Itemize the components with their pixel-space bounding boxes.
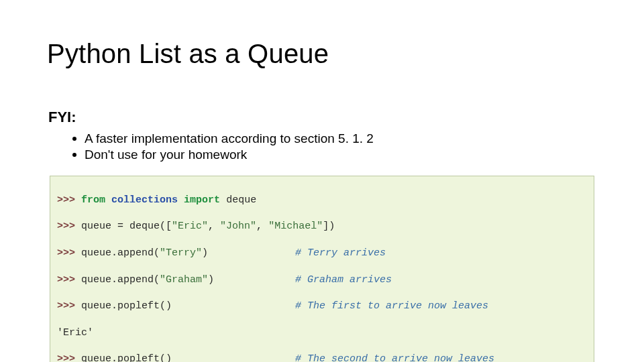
repl-prompt: >>> (57, 247, 75, 259)
code-block: >>> from collections import deque >>> qu… (50, 176, 594, 362)
comment: # The second to arrive now leaves (295, 353, 494, 362)
code-text: , (256, 221, 268, 232)
slide-title: Python List as a Queue (47, 39, 329, 69)
code-text: queue.popleft() (81, 353, 172, 362)
code-line: >>> queue.append("Graham")# Graham arriv… (57, 274, 587, 287)
repl-prompt: >>> (57, 221, 75, 232)
bullet-text: A faster implementation according to sec… (85, 131, 374, 147)
code-line: >>> from collections import deque (57, 194, 587, 207)
string-literal: "John" (220, 221, 256, 232)
code-text: ) (208, 274, 214, 286)
code-text: queue.append( (81, 274, 160, 286)
list-item: Don't use for your homework (72, 147, 374, 163)
code-line: >>> queue.popleft()# The first to arrive… (57, 300, 587, 313)
bullet-dot-icon (72, 153, 76, 157)
bullet-text: Don't use for your homework (85, 147, 247, 163)
module-collections: collections (111, 194, 178, 206)
repl-prompt: >>> (57, 194, 75, 206)
code-text: ]) (323, 221, 335, 232)
repl-prompt: >>> (57, 274, 75, 286)
string-literal: "Michael" (268, 221, 323, 232)
string-literal: "Graham" (160, 274, 208, 286)
string-literal: "Eric" (172, 221, 208, 232)
keyword-from: from (81, 194, 105, 206)
repl-prompt: >>> (57, 300, 75, 312)
comment: # Graham arrives (295, 274, 392, 286)
code-line: >>> queue.popleft()# The second to arriv… (57, 353, 587, 362)
code-text: , (208, 221, 220, 232)
slide: Python List as a Queue FYI: A faster imp… (0, 0, 644, 362)
code-text: queue.popleft() (81, 300, 172, 312)
string-literal: "Terry" (160, 247, 202, 259)
comment: # The first to arrive now leaves (295, 300, 488, 312)
bullet-dot-icon (72, 137, 76, 141)
comment: # Terry arrives (295, 247, 386, 259)
code-line: >>> queue = deque(["Eric", "John", "Mich… (57, 220, 587, 233)
keyword-import: import (184, 194, 220, 206)
identifier-deque: deque (226, 194, 256, 206)
bullet-list: A faster implementation according to sec… (72, 131, 374, 163)
code-line: >>> queue.append("Terry")# Terry arrives (57, 247, 587, 260)
list-item: A faster implementation according to sec… (72, 131, 374, 147)
output-line: 'Eric' (57, 326, 587, 340)
repl-prompt: >>> (57, 353, 75, 362)
code-text: ) (202, 247, 208, 259)
fyi-heading: FYI: (48, 109, 76, 126)
code-text: queue.append( (81, 247, 160, 259)
code-text: queue = deque([ (81, 221, 172, 232)
